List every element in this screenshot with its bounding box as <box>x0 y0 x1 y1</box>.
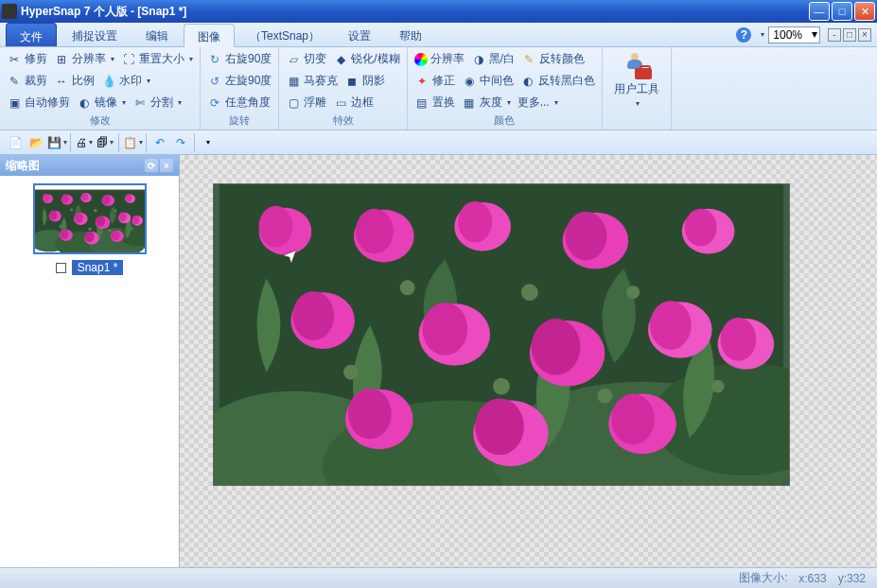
trim-button[interactable]: ✎裁剪 <box>4 71 50 91</box>
crop-button[interactable]: ✂修剪 <box>4 49 50 69</box>
save-button[interactable]: 💾 <box>47 133 66 152</box>
maximize-button[interactable]: □ <box>832 2 852 21</box>
group-label-rotate: 旋转 <box>204 112 274 130</box>
group-usertools: 用户工具 <box>603 47 672 130</box>
midtone-button[interactable]: ◉中间色 <box>459 71 517 91</box>
tab-capture[interactable]: 捕捉设置 <box>59 23 131 46</box>
new-button[interactable]: 📄 <box>6 133 25 152</box>
trim-icon: ✎ <box>7 74 22 89</box>
shear-button[interactable]: ▱切变 <box>283 49 329 69</box>
print-button[interactable]: 🖨 <box>75 133 94 152</box>
tab-image[interactable]: 图像 <box>184 24 235 47</box>
copy-button[interactable]: 🗐 <box>96 133 114 152</box>
paste-button[interactable]: 📋 <box>123 133 142 152</box>
rotate-left-button[interactable]: ↺左旋90度 <box>204 71 274 91</box>
autotrim-button[interactable]: ▣自动修剪 <box>4 93 73 112</box>
resolution-button[interactable]: ⊞分辨率 <box>51 49 117 69</box>
menubar: 文件 捕捉设置 编辑 图像 （TextSnap） 设置 帮助 ? ▾ 100% … <box>0 23 877 47</box>
sharpen-icon: ◆ <box>333 52 348 67</box>
rotate-any-button[interactable]: ⟳任意角度 <box>204 93 273 112</box>
emboss-icon: ▢ <box>286 95 301 111</box>
color-wheel-icon <box>414 53 428 66</box>
mdi-restore[interactable]: □ <box>843 28 856 42</box>
thumbnail-checkbox[interactable] <box>56 263 66 273</box>
mirror-button[interactable]: ◐镜像 <box>74 93 129 112</box>
ribbon: ✂修剪 ⊞分辨率 ⛶重置大小 ✎裁剪 ↔比例 💧水印 ▣自动修剪 ◐镜像 ✄分割… <box>0 47 877 130</box>
group-fx: ▱切变 ◆锐化/模糊 ▦马赛克 ◼阴影 ▢浮雕 ▭边框 特效 <box>279 47 407 130</box>
emboss-button[interactable]: ▢浮雕 <box>283 93 329 112</box>
resize-icon: ⛶ <box>121 52 136 67</box>
mosaic-icon: ▦ <box>286 74 301 89</box>
help-icon[interactable]: ? <box>736 27 751 43</box>
tab-file[interactable]: 文件 <box>6 23 57 46</box>
titlebar: HyperSnap 7 个人版 - [Snap1 *] — □ ✕ <box>0 0 877 23</box>
watermark-icon: 💧 <box>101 74 116 89</box>
shear-icon: ▱ <box>286 52 301 67</box>
correct-button[interactable]: ✦修正 <box>412 71 458 91</box>
open-button[interactable]: 📂 <box>26 133 45 152</box>
bw-icon: ◑ <box>471 52 486 67</box>
replace-button[interactable]: ▤置换 <box>412 93 458 112</box>
mdi-minimize[interactable]: - <box>828 28 841 42</box>
zoom-select[interactable]: 100% <box>768 26 820 43</box>
statusbar: 图像大小: x:633 y:332 <box>0 567 877 588</box>
rotate-any-icon: ⟳ <box>207 95 222 111</box>
window-title: HyperSnap 7 个人版 - [Snap1 *] <box>21 4 809 20</box>
watermark-button[interactable]: 💧水印 <box>98 71 153 91</box>
resolution-icon: ⊞ <box>54 52 69 67</box>
group-modify: ✂修剪 ⊞分辨率 ⛶重置大小 ✎裁剪 ↔比例 💧水印 ▣自动修剪 ◐镜像 ✄分割… <box>0 47 201 130</box>
gray-icon: ▦ <box>462 95 477 111</box>
invert-bw-icon: ◐ <box>520 74 535 89</box>
autotrim-icon: ▣ <box>7 95 22 111</box>
usertools-button[interactable]: 用户工具 <box>606 49 667 112</box>
shadow-icon: ◼ <box>344 74 360 89</box>
redo-button[interactable]: ↷ <box>171 133 190 152</box>
invert-icon: ✎ <box>521 52 536 67</box>
scale-icon: ↔ <box>54 74 69 89</box>
border-button[interactable]: ▭边框 <box>330 93 377 112</box>
panel-refresh-icon[interactable]: ⟳ <box>145 159 158 172</box>
rotate-right-button[interactable]: ↻右旋90度 <box>204 49 274 69</box>
rotate-left-icon: ↺ <box>207 74 222 89</box>
split-icon: ✄ <box>132 95 148 111</box>
minimize-button[interactable]: — <box>809 2 830 21</box>
resize-button[interactable]: ⛶重置大小 <box>118 49 196 69</box>
mirror-icon: ◐ <box>77 95 92 111</box>
thumbnail-label[interactable]: Snap1 * <box>72 260 124 275</box>
bw-button[interactable]: ◑黑/白 <box>468 49 517 69</box>
border-icon: ▭ <box>333 95 348 111</box>
help-dropdown[interactable]: ▾ <box>761 30 764 39</box>
scale-button[interactable]: ↔比例 <box>51 71 97 91</box>
split-button[interactable]: ✄分割 <box>130 93 184 112</box>
thumbnail-title: 缩略图 <box>6 158 40 174</box>
tab-textsnap[interactable]: （TextSnap） <box>237 23 333 46</box>
qat-more[interactable]: ▾ <box>199 133 218 152</box>
image-frame[interactable] <box>213 183 790 486</box>
midtone-icon: ◉ <box>462 74 477 89</box>
tab-edit[interactable]: 编辑 <box>132 23 182 46</box>
tab-settings[interactable]: 设置 <box>335 23 384 46</box>
main-area: 缩略图 ⟳× Snap1 * ➤ <box>0 155 877 567</box>
mosaic-button[interactable]: ▦马赛克 <box>283 71 341 91</box>
canvas-area[interactable]: ➤ <box>180 155 877 567</box>
undo-button[interactable]: ↶ <box>150 133 169 152</box>
gray-button[interactable]: ▦灰度 <box>459 93 514 112</box>
invert-bw-button[interactable]: ◐反转黑白色 <box>517 71 598 91</box>
tab-help[interactable]: 帮助 <box>386 23 435 46</box>
correct-icon: ✦ <box>414 74 430 89</box>
replace-icon: ▤ <box>414 95 430 111</box>
mdi-close[interactable]: × <box>858 28 871 42</box>
rotate-right-icon: ↻ <box>207 52 222 67</box>
invert-button[interactable]: ✎反转颜色 <box>518 49 588 69</box>
color-res-button[interactable]: 分辨率 <box>412 49 467 69</box>
status-y: y:332 <box>838 572 866 585</box>
shadow-button[interactable]: ◼阴影 <box>342 71 388 91</box>
more-button[interactable]: 更多... <box>515 93 561 112</box>
sharpen-button[interactable]: ◆锐化/模糊 <box>330 49 402 69</box>
close-button[interactable]: ✕ <box>854 2 875 21</box>
thumbnail-panel: 缩略图 ⟳× Snap1 * <box>0 155 180 567</box>
panel-close-icon[interactable]: × <box>160 159 173 172</box>
group-color: 分辨率 ◑黑/白 ✎反转颜色 ✦修正 ◉中间色 ◐反转黑白色 ▤置换 ▦灰度 更… <box>408 47 603 130</box>
thumbnail-item[interactable] <box>33 183 147 254</box>
usertools-icon <box>622 53 652 79</box>
